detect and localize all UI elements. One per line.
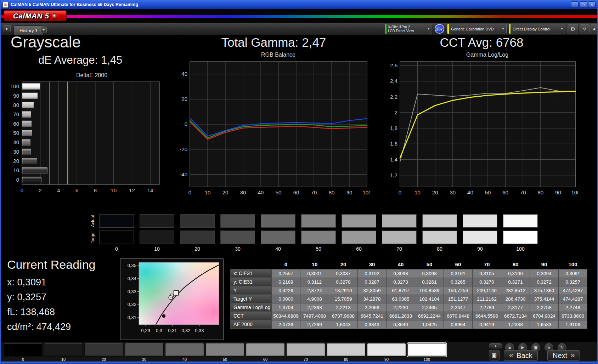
- next-button[interactable]: Next»: [547, 350, 580, 361]
- svg-text:2,4: 2,4: [390, 78, 397, 84]
- svg-text:8: 8: [94, 187, 97, 193]
- chevron-down-icon: ▼: [427, 27, 432, 30]
- pattern-button-100[interactable]: [407, 343, 446, 357]
- display-control-name: Direct Display Control: [510, 27, 560, 31]
- next-label: Next: [553, 352, 567, 360]
- svg-text:20: 20: [13, 158, 19, 164]
- table-row-label: Y: [231, 286, 272, 295]
- table-cell: 2,2748: [559, 303, 587, 312]
- table-cell: 7497,4068: [300, 312, 329, 320]
- table-cell: 2,2758: [530, 303, 559, 312]
- table-cell: 0,3101: [444, 269, 473, 278]
- pattern-button-50[interactable]: [205, 343, 244, 357]
- table-cell: 2,2230: [387, 303, 415, 312]
- pattern-button-60[interactable]: [246, 343, 285, 357]
- rgb-balance-chart-title: RGB Balance: [177, 52, 370, 58]
- pattern-labels-row: 0102030405060708090100: [4, 357, 446, 362]
- help-button[interactable]: ?: [580, 24, 589, 34]
- svg-text:70: 70: [13, 111, 19, 117]
- pattern-display-toggle-button[interactable]: ▣: [489, 350, 500, 360]
- table-cell: 102,4104: [415, 295, 444, 303]
- collapse-panel-button[interactable]: ◀: [591, 24, 597, 34]
- table-col-header-0: 0: [272, 260, 300, 269]
- svg-text:14: 14: [147, 187, 153, 193]
- eject-button[interactable]: ▲: [489, 343, 502, 348]
- pattern-button-80[interactable]: [327, 343, 366, 357]
- swatch-level-label-10: 10: [140, 246, 174, 252]
- svg-text:40: 40: [467, 189, 473, 195]
- table-cell: 2,2213: [329, 303, 358, 312]
- pattern-button-70[interactable]: [286, 343, 325, 357]
- swatch-level-label-50: 50: [301, 246, 336, 252]
- svg-text:0,33: 0,33: [128, 289, 136, 294]
- meter-count-badge[interactable]: 237: [435, 24, 444, 34]
- svg-text:1,2: 1,2: [390, 172, 397, 178]
- measurement-table: 0102030405060708090100x: CIE310,25570,30…: [230, 260, 587, 329]
- help-icon: ?: [583, 26, 586, 32]
- table-cell: 2,2447: [444, 303, 473, 312]
- pattern-button-0[interactable]: [4, 343, 43, 357]
- table-row: Gamma Log/Log1,37042,23682,22132,20692,2…: [231, 303, 587, 312]
- swatch-level-label-20: 20: [180, 246, 215, 252]
- table-cell: 1,6043: [329, 320, 358, 329]
- table-col-header-60: 60: [444, 260, 473, 269]
- table-cell: 6692,2244: [415, 312, 444, 320]
- actual-swatch-90: [463, 214, 497, 228]
- display-control-selector[interactable]: Direct Display Control ▼: [509, 24, 565, 34]
- svg-text:20: 20: [181, 96, 187, 102]
- minimize-button[interactable]: –: [571, 1, 579, 8]
- table-col-header-10: 10: [300, 260, 329, 269]
- svg-text:100: 100: [362, 189, 370, 195]
- close-button[interactable]: ×: [588, 1, 596, 8]
- table-cell: 2,3177: [501, 303, 530, 312]
- swatch-level-label-90: 90: [463, 246, 497, 252]
- settings-button[interactable]: ⚙: [568, 24, 578, 34]
- restore-button[interactable]: □: [580, 1, 587, 8]
- table-cell: 282,8512: [501, 286, 530, 295]
- toolbar: ▶ History 1 + X-Rite i1Pro 2 LCD Direct …: [1, 23, 597, 35]
- actual-swatch-100: [503, 214, 538, 228]
- table-cell: 0,0000: [272, 295, 300, 303]
- source-selector[interactable]: Generic Calibration DVD ▼: [447, 24, 507, 34]
- svg-text:0: 0: [16, 177, 19, 183]
- logo-text: CalMAN 5: [13, 12, 49, 20]
- table-cell: 2,0739: [272, 320, 300, 329]
- table-cell: 1,2338: [501, 320, 530, 329]
- pattern-button-20[interactable]: [84, 343, 123, 357]
- pattern-button-30[interactable]: [125, 343, 164, 357]
- add-tab-button[interactable]: +: [40, 27, 47, 33]
- deltae-chart-title: DeltaE 2000: [8, 72, 164, 79]
- pattern-label-10: 10: [44, 357, 83, 362]
- svg-text:40: 40: [13, 139, 19, 145]
- source-name: Generic Calibration DVD: [449, 27, 502, 31]
- table-cell: 1,0425: [415, 320, 444, 329]
- svg-text:80: 80: [537, 189, 543, 195]
- svg-text:2,2: 2,2: [390, 94, 397, 100]
- table-col-header-20: 20: [329, 260, 358, 269]
- table-col-header-40: 40: [387, 260, 415, 269]
- meter-selector[interactable]: X-Rite i1Pro 2 LCD Direct View ▼: [385, 24, 432, 34]
- table-row: Target Y0,00004,900815,705934,287863,036…: [231, 295, 587, 303]
- calman-logo[interactable]: CalMAN 5 ▼: [4, 10, 67, 21]
- arrow-left-icon: ◀: [593, 27, 595, 31]
- table-row-label: y: CIE31: [231, 278, 272, 286]
- target-swatch-row: [99, 231, 538, 244]
- table-cell: 0,3271: [501, 278, 530, 286]
- table-cell: 6681,2033: [387, 312, 415, 320]
- swatch-level-label-0: 0: [99, 246, 134, 252]
- logo-dropdown-icon[interactable]: ▼: [52, 13, 57, 19]
- table-cell: 0,3112: [300, 278, 329, 286]
- panel-expand-left-button[interactable]: ▶: [4, 25, 11, 32]
- table-cell: 2,2069: [358, 303, 387, 312]
- table-cell: 0,3105: [473, 269, 501, 278]
- actual-swatch-10: [140, 214, 174, 228]
- svg-text:100: 100: [10, 83, 19, 89]
- gear-icon: ⚙: [570, 26, 575, 32]
- pattern-button-90[interactable]: [367, 343, 406, 357]
- title-bar: 5 CalMAN 5 CalMAN Ultimate for Business …: [1, 0, 597, 9]
- chevron-down-icon: ▼: [502, 27, 506, 30]
- back-button[interactable]: «Back: [504, 350, 538, 361]
- svg-text:70: 70: [520, 189, 526, 195]
- pattern-button-10[interactable]: [44, 343, 83, 357]
- pattern-button-40[interactable]: [165, 343, 204, 357]
